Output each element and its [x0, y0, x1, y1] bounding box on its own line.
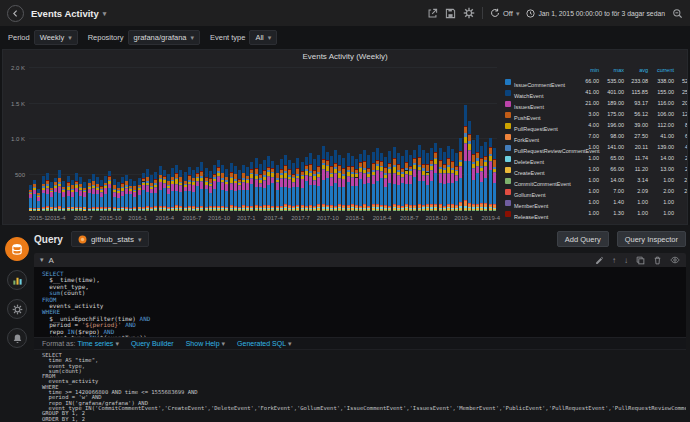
show-help-tab[interactable]: Show Help ▾ [186, 340, 225, 347]
variable-period-value: Weekly [40, 33, 64, 42]
chart-bar [380, 68, 383, 210]
edit-mode-button[interactable] [595, 256, 604, 265]
chart-bar [276, 68, 279, 210]
chart-bar [359, 68, 362, 210]
refresh-picker[interactable]: Off ▾ [490, 8, 519, 18]
chart-bar [230, 68, 233, 210]
format-as-value: Time series [77, 340, 113, 347]
legend-column-avg[interactable]: avg [639, 65, 648, 76]
legend-row[interactable]: ReleaseEvent1.001.301.001.0097.00 [503, 208, 687, 219]
dashboard-settings-button[interactable] [463, 7, 475, 19]
chart-bar [480, 68, 483, 210]
legend-value: 11.74 [635, 153, 648, 164]
chart-bar [246, 68, 249, 210]
legend-value: 292.00 [684, 175, 687, 186]
chart-bar [146, 68, 149, 210]
chart-bar [305, 68, 308, 210]
tab-queries[interactable] [5, 237, 29, 261]
dashboard-title-dropdown[interactable]: Events Activity ▾ [31, 8, 106, 19]
chart-bar [217, 68, 220, 210]
legend-row[interactable]: ForkEvent7.0098.0027.5041.006.16 K [503, 131, 687, 142]
datasource-picker[interactable]: github_stats ▾ [71, 231, 149, 247]
time-range-picker[interactable]: Jan 1, 2015 00:00:00 to för 3 dagar seda… [526, 9, 665, 18]
legend-value: 1.00 [588, 153, 599, 164]
legend-row[interactable]: PullRequestEvent4.00196.0039.00112.008.7… [503, 120, 687, 131]
chart-bar [484, 68, 487, 210]
chart-bar [330, 68, 333, 210]
legend-row[interactable]: DeleteEvent1.0065.0011.7414.002.63 K [503, 153, 687, 164]
format-as-picker[interactable]: Format as: Time series ▾ [42, 340, 119, 347]
variable-event-type-select[interactable]: All ▾ [249, 30, 277, 45]
series-color-swatch [505, 178, 511, 184]
legend-row[interactable]: IssuesEvent21.00189.0093.17116.0020.87 K [503, 98, 687, 109]
tab-general[interactable] [7, 299, 27, 319]
add-query-button[interactable]: Add Query [557, 231, 609, 247]
legend-value: 8.74 K [685, 120, 687, 131]
legend-row[interactable]: WatchEvent41.00401.00115.85155.0025.95 K [503, 87, 687, 98]
move-query-down-button[interactable]: ↓ [624, 256, 628, 265]
legend-row[interactable]: CreateEvent1.0066.0011.2013.002.51 K [503, 164, 687, 175]
tab-visualization[interactable] [7, 270, 27, 290]
x-tick-label: 2016-1 [128, 215, 147, 221]
series-color-swatch [505, 211, 511, 217]
sql-editor[interactable]: SELECT $__time(time), event_type, sum(co… [34, 267, 686, 337]
series-name: ReleaseEvent [514, 214, 548, 220]
legend-row[interactable]: PushEvent3.00175.0056.12106.0012.57 K [503, 109, 687, 120]
variable-repository-select[interactable]: grafana/grafana ▾ [128, 30, 200, 45]
legend-row[interactable]: GollumEvent1.007.002.092.00203.00 [503, 186, 687, 197]
legend-row[interactable]: CommitCommentEvent1.0014.003.141.00292.0… [503, 175, 687, 186]
legend-value: 203.00 [684, 186, 687, 197]
query-builder-tab[interactable]: Query Builder [131, 340, 174, 347]
show-help-label: Show Help [186, 340, 220, 347]
legend-value: 14.00 [610, 175, 624, 186]
query-inspector-button[interactable]: Query Inspector [617, 231, 686, 247]
legend-column-min[interactable]: min [590, 65, 599, 76]
series-color-swatch [505, 200, 511, 206]
chart-bar [209, 68, 212, 210]
x-tick-label: 2018-4 [373, 215, 392, 221]
chart-bar [351, 68, 354, 210]
panel-body: 5001.0 K1.5 K2.0 K 2015-12015-42015-7201… [3, 63, 687, 224]
chart-bar [163, 68, 166, 210]
legend-row[interactable]: PullRequestReviewCommentEvent1.00141.002… [503, 142, 687, 153]
legend-column-current[interactable]: current [657, 65, 674, 76]
share-button[interactable] [427, 8, 438, 19]
time-range-label: Jan 1, 2015 00:00:00 to för 3 dagar seda… [538, 10, 665, 17]
zoom-out-button[interactable] [672, 8, 683, 19]
legend-value: 1.00 [588, 208, 599, 219]
chart-bar [159, 68, 162, 210]
legend-value: 189.00 [607, 98, 624, 109]
chart-bar [393, 68, 396, 210]
variable-period-select[interactable]: Weekly ▾ [34, 30, 78, 45]
generated-sql-tab[interactable]: Generated SQL ▾ [237, 340, 292, 347]
collapse-query-caret[interactable]: ▾ [40, 256, 44, 264]
chart-bar [422, 68, 425, 210]
query-header: Query github_stats ▾ Add Query Query Ins… [34, 228, 686, 250]
chart-bar [447, 68, 450, 210]
zoom-out-icon [672, 8, 683, 19]
x-tick-label: 2019-4 [481, 215, 500, 221]
chart-bar [150, 68, 153, 210]
chart-bar [33, 68, 36, 210]
chart-bar [129, 68, 132, 210]
legend-column-max[interactable]: max [614, 65, 624, 76]
chart-bar [196, 68, 199, 210]
delete-query-button[interactable] [653, 256, 662, 265]
legend-value: 7.00 [588, 131, 599, 142]
format-tabs: Format as: Time series ▾ Query Builder S… [34, 337, 686, 350]
chart-bar [459, 68, 462, 210]
legend-row[interactable]: MemberEvent1.001.401.001.0099.00 [503, 197, 687, 208]
save-button[interactable] [445, 8, 456, 19]
legend-value: 65.00 [610, 153, 624, 164]
panel-title[interactable]: Events Activity (Weekly) [3, 50, 687, 63]
navbar-divider [482, 7, 483, 19]
move-query-up-button[interactable]: ↑ [612, 256, 616, 265]
disable-query-button[interactable] [670, 255, 680, 265]
duplicate-query-button[interactable] [636, 256, 645, 265]
legend-row[interactable]: IssueCommentEvent66.00535.00233.08338.00… [503, 76, 687, 87]
chart-bar [493, 68, 496, 210]
back-button[interactable] [7, 5, 24, 22]
chart-bar [363, 68, 366, 210]
chart-bar [71, 68, 74, 210]
tab-alert[interactable] [7, 328, 27, 348]
